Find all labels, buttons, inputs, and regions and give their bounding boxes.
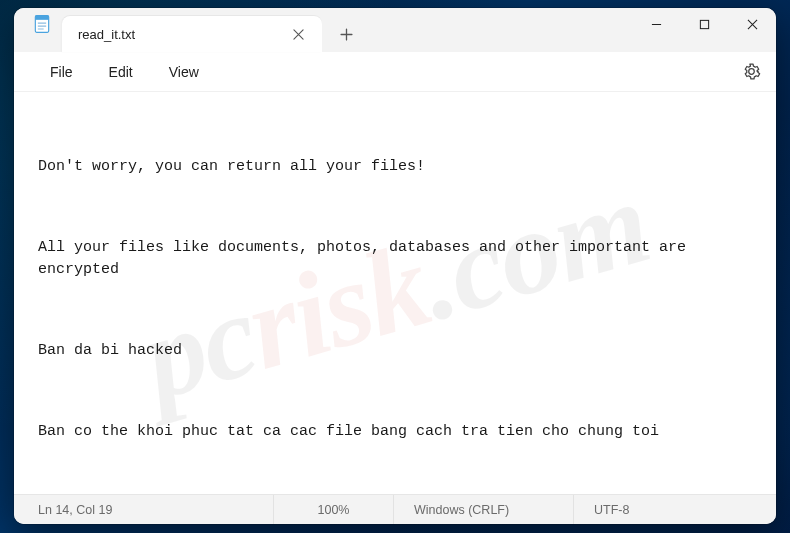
- new-tab-button[interactable]: [328, 18, 364, 50]
- status-encoding[interactable]: UTF-8: [574, 495, 772, 524]
- settings-button[interactable]: [734, 55, 768, 89]
- menu-edit[interactable]: Edit: [91, 58, 151, 86]
- menu-view[interactable]: View: [151, 58, 217, 86]
- status-eol[interactable]: Windows (CRLF): [394, 495, 574, 524]
- gear-icon: [742, 62, 761, 81]
- minimize-button[interactable]: [632, 8, 680, 40]
- menubar: File Edit View: [14, 52, 776, 92]
- line: Don't worry, you can return all your fil…: [38, 156, 760, 178]
- maximize-button[interactable]: [680, 8, 728, 40]
- tab-strip: read_it.txt: [14, 8, 632, 52]
- editor-area: pcrisk.com Don't worry, you can return a…: [14, 92, 776, 494]
- tab-close-button[interactable]: [284, 20, 312, 48]
- notepad-app-icon: [32, 14, 52, 34]
- statusbar: Ln 14, Col 19 100% Windows (CRLF) UTF-8: [14, 494, 776, 524]
- notepad-window: read_it.txt File Edit View: [14, 8, 776, 524]
- window-close-button[interactable]: [728, 8, 776, 40]
- line: Ban co the khoi phuc tat ca cac file ban…: [38, 421, 760, 443]
- svg-rect-1: [35, 16, 48, 20]
- line: All your files like documents, photos, d…: [38, 237, 760, 281]
- window-controls: [632, 8, 776, 52]
- menu-file[interactable]: File: [32, 58, 91, 86]
- status-position[interactable]: Ln 14, Col 19: [18, 495, 274, 524]
- line: Ban da bi hacked: [38, 340, 760, 362]
- tab-active[interactable]: read_it.txt: [62, 16, 322, 52]
- text-editor[interactable]: Don't worry, you can return all your fil…: [14, 92, 776, 494]
- tab-title: read_it.txt: [78, 27, 284, 42]
- titlebar: read_it.txt: [14, 8, 776, 52]
- svg-rect-5: [700, 20, 708, 28]
- status-zoom[interactable]: 100%: [274, 495, 394, 524]
